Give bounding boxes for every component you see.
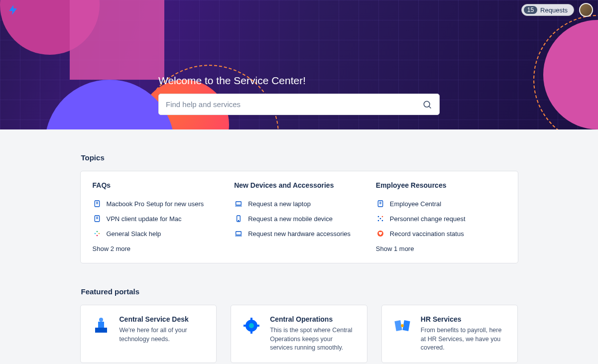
topic-item-label: Macbook Pro Setup for new users	[107, 200, 204, 208]
show-more-link[interactable]: Show 2 more	[93, 245, 131, 252]
portal-card-service-desk[interactable]: Central Service Desk We're here for all …	[80, 305, 217, 363]
topic-item-label: Request a new laptop	[248, 200, 311, 208]
network-icon	[376, 214, 385, 223]
topic-item[interactable]: Employee Central	[376, 196, 506, 211]
topic-column-title: FAQs	[93, 181, 223, 189]
topic-item[interactable]: Personnel change request	[376, 211, 506, 226]
svg-rect-28	[98, 322, 104, 328]
svg-rect-10	[98, 233, 100, 235]
svg-point-0	[424, 101, 430, 107]
topic-item[interactable]: Macbook Pro Setup for new users	[93, 196, 223, 211]
portal-card-hr[interactable]: HR Services From benefits to payroll, he…	[381, 305, 518, 363]
hero-banner: 15 Requests Welcome to the Service Cente…	[0, 0, 598, 129]
topic-item-label: Employee Central	[390, 200, 441, 208]
topics-card: FAQs Macbook Pro Setup for new users VPN…	[80, 171, 518, 263]
lightning-icon	[7, 4, 19, 16]
search-input[interactable]	[166, 100, 422, 109]
topic-item-label: Personnel change request	[390, 215, 466, 223]
svg-point-31	[249, 323, 254, 328]
svg-point-24	[377, 220, 379, 222]
requests-label: Requests	[540, 6, 568, 14]
decorative-shape	[45, 80, 174, 129]
topic-column-employee: Employee Resources Employee Central Pers…	[376, 181, 506, 253]
portal-card-operations[interactable]: Central Operations This is the spot wher…	[231, 305, 367, 363]
topic-item-label: VPN client update for Mac	[107, 215, 182, 223]
portal-desc: This is the spot where Central Operation…	[270, 326, 357, 353]
svg-rect-16	[236, 232, 241, 235]
hr-icon	[392, 315, 413, 336]
svg-rect-11	[96, 235, 98, 237]
app-logo[interactable]	[7, 4, 19, 18]
document-icon	[376, 199, 385, 208]
laptop-icon	[234, 229, 243, 238]
svg-point-21	[377, 216, 379, 218]
laptop-icon	[234, 199, 243, 208]
portal-desc: We're here for all of your technology ne…	[120, 326, 207, 344]
document-icon	[93, 214, 102, 223]
topic-item-label: Request a new mobile device	[248, 215, 333, 223]
svg-point-29	[99, 318, 103, 322]
heart-icon	[376, 229, 385, 238]
topic-item-label: Request new hardware accessories	[248, 230, 351, 238]
search-box	[158, 94, 440, 115]
phone-icon	[234, 214, 243, 223]
svg-point-38	[401, 324, 404, 327]
svg-point-15	[238, 220, 239, 221]
topbar: 15 Requests	[521, 3, 593, 17]
page-title: Welcome to the Service Center!	[158, 75, 440, 87]
show-more-link[interactable]: Show 1 more	[376, 245, 414, 252]
topic-column-devices: New Devices and Accessories Request a ne…	[234, 181, 364, 253]
topic-column-faqs: FAQs Macbook Pro Setup for new users VPN…	[93, 181, 223, 253]
portals-heading: Featured portals	[80, 287, 518, 296]
avatar[interactable]	[579, 3, 593, 17]
svg-rect-34	[243, 325, 246, 327]
svg-rect-12	[236, 202, 241, 205]
portal-title: HR Services	[421, 315, 508, 323]
svg-rect-9	[96, 231, 98, 233]
topic-item-label: General Slack help	[107, 230, 161, 238]
portal-title: Central Operations	[270, 315, 357, 323]
svg-rect-33	[250, 331, 252, 334]
topic-column-title: New Devices and Accessories	[234, 181, 364, 189]
topic-item[interactable]: VPN client update for Mac	[93, 211, 223, 226]
portals-grid: Central Service Desk We're here for all …	[80, 305, 518, 363]
topics-heading: Topics	[80, 153, 518, 162]
topic-item[interactable]: Request a new laptop	[234, 196, 364, 211]
decorative-shape	[70, 0, 164, 80]
portal-desc: From benefits to payroll, here at HR Ser…	[421, 326, 508, 353]
svg-line-1	[429, 106, 431, 108]
requests-button[interactable]: 15 Requests	[521, 4, 574, 16]
topic-item-label: Record vaccination status	[390, 230, 464, 238]
search-icon[interactable]	[422, 100, 432, 110]
svg-rect-35	[256, 325, 259, 327]
svg-point-25	[381, 220, 383, 222]
svg-rect-8	[94, 233, 96, 235]
svg-point-23	[379, 218, 381, 220]
svg-rect-32	[250, 318, 252, 321]
topic-item[interactable]: Request new hardware accessories	[234, 226, 364, 241]
document-icon	[93, 199, 102, 208]
service-desk-icon	[91, 315, 112, 336]
slack-icon	[93, 229, 102, 238]
svg-rect-27	[95, 328, 107, 333]
requests-count-badge: 15	[524, 6, 537, 14]
topic-item[interactable]: Record vaccination status	[376, 226, 506, 241]
topic-item[interactable]: General Slack help	[93, 226, 223, 241]
topic-column-title: Employee Resources	[376, 181, 506, 189]
gear-icon	[241, 315, 262, 336]
topic-item[interactable]: Request a new mobile device	[234, 211, 364, 226]
svg-point-22	[381, 216, 383, 218]
portal-title: Central Service Desk	[120, 315, 207, 323]
